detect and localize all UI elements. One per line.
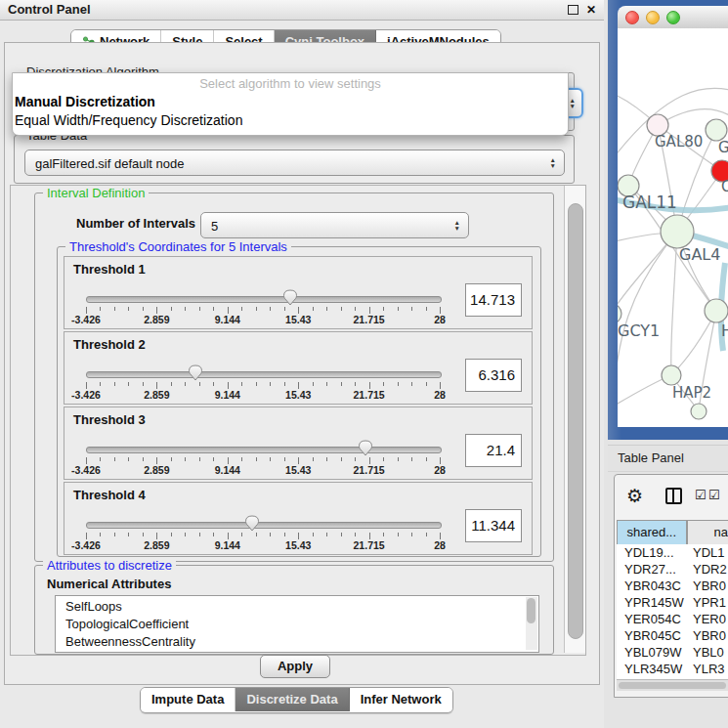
column-header[interactable]: na xyxy=(687,520,728,546)
table-data-group: Table Data galFiltered.sif default node … xyxy=(14,135,575,184)
tick-mark xyxy=(440,382,441,389)
tick-mark xyxy=(143,382,144,386)
numerical-attributes-list[interactable]: SelfLoopsTopologicalCoefficientBetweenne… xyxy=(55,595,539,653)
threshold-value-field[interactable]: 11.344 xyxy=(465,509,522,542)
table-cell: YBL0 xyxy=(687,644,724,661)
mac-minimize-icon[interactable] xyxy=(646,11,660,24)
tick-mark xyxy=(284,457,285,461)
threshold-value-field[interactable]: 21.4 xyxy=(465,434,522,467)
tick-mark xyxy=(326,457,327,461)
tick-mark xyxy=(398,382,399,386)
threshold-value-field[interactable]: 6.316 xyxy=(465,359,522,392)
control-panel-titlebar: Control Panel ✕ xyxy=(0,0,604,21)
tick-mark xyxy=(383,382,384,386)
table-cell: YPR145W xyxy=(617,594,687,611)
slider-track[interactable] xyxy=(86,371,442,378)
checkbox-icon[interactable]: ☑ xyxy=(708,489,720,501)
tab-impute-data[interactable]: Impute Data xyxy=(141,688,236,711)
tick-mark xyxy=(156,457,157,464)
table-row[interactable]: YPR145WYPR1 xyxy=(617,594,728,611)
control-panel-title: Control Panel xyxy=(8,2,91,17)
column-header[interactable]: shared... xyxy=(617,520,687,546)
scrollbar-thumb[interactable] xyxy=(568,203,583,639)
tick-mark xyxy=(369,307,370,314)
table-cell: YPR1 xyxy=(687,594,726,611)
table-panel-title: Table Panel xyxy=(618,450,684,465)
network-node-hap2[interactable] xyxy=(662,365,681,385)
attribute-list-item[interactable]: TopologicalCoefficient xyxy=(56,616,538,633)
algorithm-option[interactable]: Manual Discretization xyxy=(15,94,155,109)
tab-label: Impute Data xyxy=(151,688,224,711)
table-row[interactable]: YER054CYER0 xyxy=(617,611,728,627)
table-cell: YLR345W xyxy=(617,661,687,677)
network-node-gcy1[interactable] xyxy=(618,304,621,323)
tick-mark xyxy=(256,307,257,311)
mac-zoom-icon[interactable] xyxy=(666,11,680,24)
checkbox-icon[interactable]: ☑ xyxy=(695,489,707,501)
network-node[interactable] xyxy=(691,404,707,419)
table-row[interactable]: YLR345WYLR3 xyxy=(617,661,728,677)
tick-label: -3.426 xyxy=(71,539,101,551)
tab-discretize-data[interactable]: Discretize Data xyxy=(236,688,349,711)
tick-mark xyxy=(313,382,314,386)
slider-track[interactable] xyxy=(86,447,442,453)
gear-icon[interactable]: ⚙ xyxy=(626,485,643,507)
table-row[interactable]: YBR045CYBR0 xyxy=(617,627,728,644)
tick-mark xyxy=(411,307,412,311)
table-cell: YBR0 xyxy=(687,578,726,594)
tick-label: 9.144 xyxy=(215,464,240,476)
split-column-icon[interactable] xyxy=(665,488,682,504)
threshold-value-field[interactable]: 14.713 xyxy=(465,283,522,317)
tab-infer-network[interactable]: Infer Network xyxy=(350,688,452,711)
close-icon[interactable]: ✕ xyxy=(586,4,596,16)
network-canvas[interactable]: GAL80GACGAL11GAL4GCY1HHAP2 xyxy=(618,28,728,427)
network-node-label: GA xyxy=(718,139,728,156)
vertical-scrollbar[interactable] xyxy=(564,186,585,653)
threshold-label: Threshold 3 xyxy=(73,412,146,427)
horizontal-scrollbar[interactable] xyxy=(617,679,728,691)
hscrollbar-thumb[interactable] xyxy=(619,682,726,689)
slider-thumb[interactable] xyxy=(244,515,260,532)
tick-mark xyxy=(114,382,115,386)
apply-button[interactable]: Apply xyxy=(260,655,330,678)
tick-mark xyxy=(326,307,327,311)
tick-mark xyxy=(128,307,129,311)
list-scrollbar-thumb[interactable] xyxy=(527,598,535,623)
tick-mark xyxy=(426,382,427,386)
attribute-list-item[interactable]: BetweennessCentrality xyxy=(56,633,538,651)
list-scrollbar[interactable] xyxy=(526,597,537,650)
slider-thumb[interactable] xyxy=(188,364,203,381)
tick-mark xyxy=(156,382,157,389)
table-cell: YLR3 xyxy=(687,661,725,677)
table-row[interactable]: YDR27...YDR2 xyxy=(617,561,728,578)
tick-mark xyxy=(326,533,327,536)
attribute-list-item[interactable]: SelfLoops xyxy=(56,598,538,616)
tick-mark xyxy=(143,457,144,461)
tick-label: 21.715 xyxy=(354,464,385,476)
table-data-combobox[interactable]: galFiltered.sif default node ▲▼ xyxy=(24,150,565,176)
slider-track[interactable] xyxy=(86,522,442,529)
mac-close-icon[interactable] xyxy=(625,11,639,24)
float-window-icon[interactable] xyxy=(568,5,578,15)
settings-scroll-panel: Interval Definition Number of Intervals … xyxy=(10,185,586,656)
network-node[interactable] xyxy=(706,119,727,141)
slider-thumb[interactable] xyxy=(358,440,373,456)
table-row[interactable]: YDL19...YDL1 xyxy=(617,544,728,561)
number-of-intervals-combobox[interactable]: 5 ▲▼ xyxy=(200,212,469,238)
tick-mark xyxy=(270,307,271,311)
network-node-gal4[interactable] xyxy=(661,215,694,248)
tick-mark xyxy=(171,457,172,461)
table-cell: YDR27... xyxy=(617,561,687,578)
table-row[interactable]: YBR043CYBR0 xyxy=(617,578,728,594)
table-row[interactable]: YBL079WYBL0 xyxy=(617,644,728,661)
network-inner-window: GAL80GACGAL11GAL4GCY1HHAP2 xyxy=(618,6,728,427)
tick-label: 2.859 xyxy=(144,314,169,325)
tick-mark xyxy=(426,307,427,311)
tick-mark xyxy=(199,457,200,461)
tick-mark xyxy=(383,307,384,311)
slider-track[interactable] xyxy=(86,296,442,303)
network-node[interactable] xyxy=(705,299,728,322)
slider-thumb[interactable] xyxy=(282,289,298,306)
tick-mark xyxy=(440,307,441,314)
algorithm-option[interactable]: Equal Width/Frequency Discretization xyxy=(15,112,242,128)
